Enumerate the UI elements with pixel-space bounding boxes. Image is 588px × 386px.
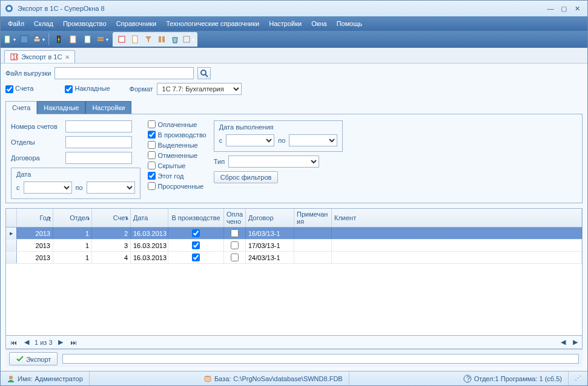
check-cancelled[interactable]: Отмененные (148, 151, 206, 159)
row-opl-checkbox[interactable] (231, 229, 239, 237)
file-browse-button[interactable] (197, 67, 211, 79)
tab-accounts[interactable]: Счета (5, 101, 37, 114)
svg-rect-13 (97, 39, 104, 41)
menu-settings[interactable]: Настройки (264, 18, 306, 30)
reset-filters-button[interactable]: Сброс фильтров (214, 171, 279, 183)
tool2-export-icon[interactable] (115, 33, 128, 46)
col-marker (6, 209, 17, 227)
menu-production[interactable]: Производство (58, 18, 111, 30)
check-thisyear[interactable]: Этот год (148, 172, 206, 180)
contract-label: Договора (11, 154, 65, 162)
format-select[interactable]: 1С 7.7: Бухгалтерия (157, 83, 242, 95)
col-prim[interactable]: Примечан ия (294, 209, 332, 227)
type-label: Тип (214, 158, 225, 165)
tool2-filter-icon[interactable] (142, 33, 155, 46)
status-user: Имя: Администратор (1, 371, 90, 385)
minimize-button[interactable]: — (544, 4, 557, 13)
grid-body[interactable]: ▸20131216.03.201316/03/13-120131316.03.2… (6, 227, 582, 335)
content-area: Файл выгрузки Счета Накладные Формат 1С … (1, 64, 587, 371)
row-prod-checkbox[interactable] (192, 229, 200, 237)
menu-windows[interactable]: Окна (306, 18, 332, 30)
doctab-export[interactable]: 1C Экспорт в 1С ✕ (4, 50, 75, 63)
svg-rect-14 (119, 36, 125, 42)
svg-point-23 (9, 376, 13, 379)
tool-new-icon[interactable] (3, 33, 16, 46)
tool-traffic-icon[interactable] (52, 33, 65, 46)
contract-input[interactable] (65, 152, 132, 164)
tool-doc2-icon[interactable] (81, 33, 94, 46)
tool2-trash-icon[interactable] (168, 33, 182, 46)
row-opl-checkbox[interactable] (231, 254, 239, 261)
nums-input[interactable] (65, 120, 132, 132)
inner-tabstrip: Счета Накладные Настройки (5, 101, 583, 114)
row-prod-checkbox[interactable] (192, 241, 200, 249)
col-dat[interactable]: Дата (131, 209, 168, 227)
close-button[interactable]: ✕ (570, 4, 584, 13)
check-inprod[interactable]: В производство (148, 131, 206, 139)
tool2-doc-icon[interactable] (128, 33, 142, 46)
status-db: База: C:\PrgNoSav\database\SWND8.FDB (197, 371, 349, 385)
col-prod[interactable]: В производстве (168, 209, 224, 227)
dept-input[interactable] (65, 136, 132, 148)
date-to-select[interactable] (87, 182, 135, 194)
row-prod-checkbox[interactable] (192, 254, 200, 261)
toolbar (1, 31, 587, 48)
menu-file[interactable]: Файл (3, 18, 29, 30)
row-opl-checkbox[interactable] (231, 241, 239, 249)
tool-doc1-icon[interactable] (67, 33, 80, 46)
svg-point-8 (58, 39, 60, 41)
statusbar: Имя: Администратор База: C:\PrgNoSav\dat… (1, 371, 587, 385)
svg-rect-18 (183, 36, 190, 42)
type-select[interactable] (228, 155, 319, 168)
tool2-cols-icon[interactable] (155, 33, 168, 46)
pager-first[interactable]: ⏮ (8, 339, 19, 346)
export-button[interactable]: Экспорт (9, 352, 58, 365)
check-selected[interactable]: Выделенные (148, 141, 206, 149)
col-dog[interactable]: Договор (246, 209, 294, 227)
tool-stack-icon[interactable] (96, 33, 109, 46)
doctab-close-icon[interactable]: ✕ (65, 54, 70, 61)
menu-catalogs[interactable]: Справочники (111, 18, 162, 30)
user-icon (7, 375, 15, 383)
pager-prev[interactable]: ◀ (22, 338, 31, 346)
pager-next[interactable]: ▶ (56, 338, 65, 346)
col-god[interactable]: Год▾ (17, 209, 53, 227)
exec-from-select[interactable] (226, 134, 274, 146)
maximize-button[interactable]: ▢ (557, 4, 570, 13)
menu-tech[interactable]: Технологические справочники (161, 18, 264, 30)
svg-text:1C: 1C (12, 53, 18, 61)
tool-save-icon[interactable] (18, 33, 31, 46)
col-sch[interactable]: Счет▴ (92, 209, 131, 227)
check-paid[interactable]: Оплаченные (148, 120, 206, 128)
tab-settings[interactable]: Настройки (85, 101, 131, 114)
tool-print-icon[interactable] (32, 33, 45, 46)
pager-scroll-left[interactable]: ◀ (559, 338, 567, 346)
pager-scroll-right[interactable]: ▶ (571, 338, 580, 346)
grid: Год▾ Отдел▴ Счет▴ Дата В производстве Оп… (5, 208, 583, 349)
table-row[interactable]: 20131416.03.201324/03/13-1 (6, 252, 582, 264)
svg-text:?: ? (466, 375, 470, 382)
file-path-input[interactable] (55, 67, 194, 79)
tab-invoices[interactable]: Накладные (37, 101, 85, 114)
table-row[interactable]: 20131316.03.201317/03/13-1 (6, 240, 582, 252)
svg-line-22 (205, 74, 208, 77)
accounts-checkbox[interactable]: Счета (5, 85, 33, 93)
date-from-select[interactable] (24, 182, 72, 194)
svg-point-9 (58, 41, 60, 42)
menu-stock[interactable]: Склад (29, 18, 58, 30)
col-opl[interactable]: Опла чено (224, 209, 246, 227)
col-otd[interactable]: Отдел▴ (53, 209, 92, 227)
check-hidden[interactable]: Скрытые (148, 162, 206, 169)
status-dept: ? Отдел:1 Программа: 1 (сб.5) (457, 371, 569, 385)
document-tabstrip: 1C Экспорт в 1С ✕ (1, 48, 587, 64)
check-overdue[interactable]: Просроченные (148, 182, 206, 190)
invoices-checkbox[interactable]: Накладные (65, 85, 110, 93)
tool2-more-icon[interactable] (182, 33, 195, 46)
exec-to-select[interactable] (289, 134, 337, 146)
titlebar: Экспорт в 1С - СуперОкна 8 — ▢ ✕ (1, 1, 587, 16)
col-kli[interactable]: Клиент (332, 209, 582, 227)
menu-help[interactable]: Помощь (332, 18, 368, 30)
svg-rect-15 (133, 36, 137, 43)
pager-last[interactable]: ⏭ (68, 339, 79, 346)
table-row[interactable]: ▸20131216.03.201316/03/13-1 (6, 227, 582, 240)
